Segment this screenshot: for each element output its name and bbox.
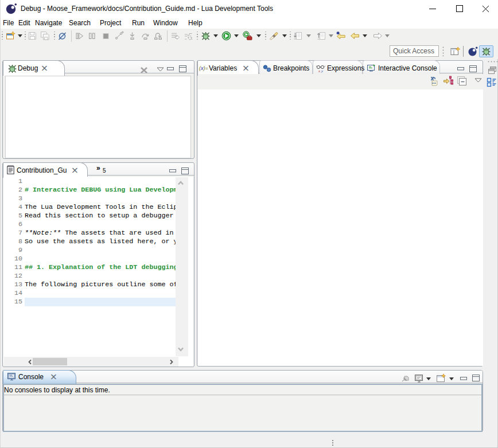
svg-text:y: y xyxy=(321,69,324,73)
svg-text:x: x xyxy=(318,69,321,73)
